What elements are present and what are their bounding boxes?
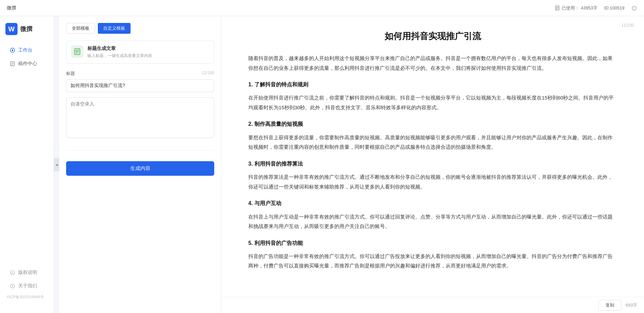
page-number: 11/100	[621, 23, 634, 28]
article-container: 11/100 如何用抖音实现推广引流 随着抖音的普及，越来越多的人开始利用这个短…	[221, 16, 644, 297]
icp-text: ©ICP备2022016946号	[0, 293, 54, 301]
card-title: 标题生成文章	[87, 46, 209, 52]
logo-text: 微撰	[20, 25, 32, 33]
main-layout: W 微撰 工作台	[0, 16, 644, 313]
document-icon	[555, 5, 560, 11]
about-label: 关于我们	[18, 283, 37, 289]
logo-area: W 微撰	[0, 23, 54, 43]
power-icon[interactable]	[631, 5, 637, 11]
generate-button[interactable]: 生成内容	[66, 161, 214, 176]
sidebar-bottom: © 版权说明 关于我们 ©ICP备2022016946号	[0, 265, 54, 306]
article-body: 随着抖音的普及，越来越多的人开始利用这个短视频分享平台来推广自己的产品或服务。抖…	[248, 54, 617, 271]
section-4-body: 在抖音上与用户互动是一种非常有效的推广引流方式。你可以通过回复评论、点赞、分享等…	[248, 212, 617, 231]
copyright-icon: ©	[9, 269, 16, 276]
drafts-icon	[9, 61, 16, 67]
svg-point-13	[12, 285, 13, 286]
content-textarea[interactable]	[66, 97, 214, 138]
usage-label: 已使用：	[562, 5, 579, 11]
user-id: ID:100519	[604, 5, 624, 10]
section-3-body: 抖音的推荐算法是一种非常有效的推广引流方式。通过不断地发布和分享自己的短视频，你…	[248, 172, 617, 192]
usage-display: 已使用： 43953字	[555, 5, 597, 11]
section-4-heading: 4. 与用户互动	[248, 198, 617, 208]
title-form-section: 标题 12/100	[66, 70, 214, 92]
drafts-label: 稿件中心	[18, 61, 37, 67]
template-card-article[interactable]: 标题生成文章 输入标题，一键生成高质量文章内容	[66, 40, 214, 64]
tab-all-templates[interactable]: 全部模板	[66, 23, 95, 34]
section-1-body: 在开始使用抖音进行推广引流之前，你需要了解抖音的特点和规则。抖音是一个短视频分享…	[248, 93, 617, 112]
left-panel: 全部模板 自定义模板 标题生成文章 输入标题，一键生成高质量文章内容	[59, 16, 221, 313]
topbar-right: 已使用： 43953字 ID:100519	[555, 5, 637, 11]
template-tabs: 全部模板 自定义模板	[66, 23, 214, 34]
section-3-heading: 3. 利用抖音的推荐算法	[248, 159, 617, 169]
card-icon	[71, 46, 83, 58]
svg-text:©: ©	[12, 272, 14, 274]
section-2-heading: 2. 制作高质量的短视频	[248, 119, 617, 129]
copyright-label: 版权说明	[18, 269, 37, 276]
article-intro: 随着抖音的普及，越来越多的人开始利用这个短视频分享平台来推广自己的产品或服务。抖…	[248, 54, 617, 73]
nav-items: 工作台 稿件中心	[0, 43, 54, 265]
word-count: 693字	[625, 302, 637, 308]
sidebar-item-about[interactable]: 关于我们	[3, 280, 51, 292]
content-form-section	[66, 97, 214, 139]
card-desc: 输入标题，一键生成高质量文章内容	[87, 53, 209, 59]
sidebar-item-workbench[interactable]: 工作台	[3, 44, 51, 57]
copy-button[interactable]: 复制	[598, 300, 621, 311]
logo-icon: W	[5, 23, 18, 35]
about-icon	[9, 283, 16, 289]
title-form-label: 标题 12/100	[66, 70, 214, 77]
workbench-label: 工作台	[18, 47, 32, 53]
section-2-body: 要想在抖音上获得更多的流量，你需要制作高质量的短视频。高质量的短视频能够吸引更多…	[248, 133, 617, 152]
svg-point-5	[12, 50, 13, 51]
section-5-heading: 5. 利用抖音的广告功能	[248, 238, 617, 248]
sidebar: W 微撰 工作台	[0, 16, 54, 313]
collapse-button[interactable]: ◀	[54, 158, 59, 171]
title-label-text: 标题	[66, 70, 75, 77]
article-footer: 复制 693字	[221, 297, 644, 313]
card-content: 标题生成文章 输入标题，一键生成高质量文章内容	[87, 46, 209, 59]
right-panel: 11/100 如何用抖音实现推广引流 随着抖音的普及，越来越多的人开始利用这个短…	[221, 16, 644, 313]
section-1-heading: 1. 了解抖音的特点和规则	[248, 80, 617, 90]
content-area: 全部模板 自定义模板 标题生成文章 输入标题，一键生成高质量文章内容	[59, 16, 644, 313]
panel-divider	[66, 150, 214, 150]
topbar: 微撰 已使用： 43953字 ID:100519	[0, 0, 644, 16]
article-title: 如何用抖音实现推广引流	[248, 30, 617, 43]
sidebar-item-copyright[interactable]: © 版权说明	[3, 266, 51, 279]
section-5-body: 抖音的广告功能是一种非常有效的推广引流方式。你可以通过广告投放来让更多的人看到你…	[248, 252, 617, 271]
topbar-title: 微撰	[7, 5, 16, 11]
tab-custom-templates[interactable]: 自定义模板	[98, 23, 131, 34]
sidebar-item-drafts[interactable]: 稿件中心	[3, 57, 51, 70]
title-char-count: 12/100	[202, 70, 214, 77]
workbench-icon	[9, 47, 16, 53]
usage-count: 43953字	[581, 5, 597, 11]
title-input[interactable]	[66, 79, 214, 92]
